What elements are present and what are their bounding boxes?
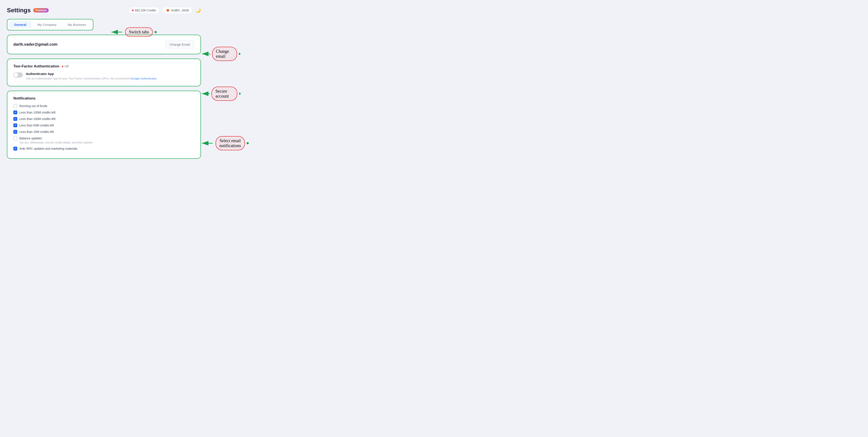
authenticator-desc-prefix: Use an Authenticator App for your Two-Fa…: [26, 77, 131, 80]
credits-dot-icon: [132, 9, 134, 11]
checkbox-running-out[interactable]: [13, 104, 17, 108]
notif-label-less-50m: Less than 50M credits left: [20, 124, 54, 127]
arrow-change-email-icon: [201, 52, 210, 56]
annotation-change-email: Change email: [201, 47, 240, 61]
change-email-button[interactable]: Change Email: [165, 40, 194, 49]
wallet-address: 0xdB5...8438: [171, 9, 189, 12]
page-title: Settings: [7, 7, 31, 14]
annotation-select-notif-text: Select emailnotifications: [216, 136, 245, 150]
email-card: darth.vader@gmail.com Change Email: [7, 35, 201, 54]
annotation-dot-secure-account: [239, 93, 241, 95]
tabs-container: General My Company My Business: [7, 19, 93, 30]
authenticator-desc: Use an Authenticator App for your Two-Fa…: [26, 76, 194, 81]
checkbox-ankr-rpc[interactable]: [13, 147, 17, 150]
arrow-switch-tabs-icon: [111, 30, 123, 34]
notif-label-less-100m-2: Less than 100M credits left: [20, 117, 55, 121]
checkbox-less-100m-1[interactable]: [13, 110, 17, 114]
page-header: Settings Premium 682,206 Credits 🦊 0xdB5…: [7, 7, 201, 14]
tfa-title-row: Two-Factor Authentication Off: [13, 64, 194, 68]
notifications-card: Notifications Running out of funds Less …: [7, 91, 201, 159]
toggle-knob: [14, 73, 18, 77]
tfa-status: Off: [62, 65, 68, 68]
premium-badge: Premium: [33, 8, 49, 12]
checkbox-less-100m-2[interactable]: [13, 117, 17, 121]
annotation-select-notif: Select emailnotifications: [201, 136, 249, 150]
checkbox-less-50m[interactable]: [13, 124, 17, 127]
wallet-emoji-icon: 🦊: [166, 9, 169, 12]
dark-mode-toggle[interactable]: 🌙: [195, 8, 201, 13]
annotation-change-email-text: Change email: [212, 47, 237, 61]
annotation-secure-account-text: Secure account: [212, 87, 237, 101]
notif-item-balance-updates: Balance updates: [13, 136, 194, 140]
annotation-dot-change-email: [239, 53, 240, 55]
header-right: 682,206 Credits 🦊 0xdB5...8438 🌙: [129, 7, 201, 13]
tab-general[interactable]: General: [9, 21, 31, 28]
tfa-toggle[interactable]: [13, 72, 23, 77]
annotation-dot-switch-tabs: [155, 31, 157, 33]
notif-label-running-out: Running out of funds: [20, 104, 47, 108]
header-left: Settings Premium: [7, 7, 49, 14]
tfa-card: Two-Factor Authentication Off Authentica…: [7, 59, 201, 87]
arrow-secure-account-icon: [201, 92, 210, 96]
notif-item-less-10m: Less than 10M credits left: [13, 130, 194, 134]
tfa-status-label: Off: [64, 65, 68, 68]
status-dot-icon: [62, 66, 63, 67]
checkbox-less-10m[interactable]: [13, 130, 17, 134]
credits-label: 682,206 Credits: [135, 9, 156, 12]
google-authenticator-link[interactable]: Google Authenticator: [131, 77, 157, 80]
notif-label-balance-updates: Balance updates: [20, 137, 42, 140]
authenticator-label: Authenticator App: [26, 72, 194, 76]
tfa-toggle-row: Authenticator App Use an Authenticator A…: [13, 72, 194, 81]
credits-pill[interactable]: 682,206 Credits: [129, 7, 159, 13]
email-address: darth.vader@gmail.com: [13, 42, 58, 47]
notif-item-running-out: Running out of funds: [13, 104, 194, 108]
notifications-title: Notifications: [13, 96, 194, 101]
wallet-pill[interactable]: 🦊 0xdB5...8438: [163, 7, 192, 13]
notif-item-ankr-rpc: Ankr RPC updates and marketing materials: [13, 147, 194, 150]
tfa-title: Two-Factor Authentication: [13, 64, 59, 68]
tfa-text-block: Authenticator App Use an Authenticator A…: [26, 72, 194, 81]
notif-label-less-10m: Less than 10M credits left: [20, 130, 54, 134]
notif-item-less-100m-1: Less than 100M credits left: [13, 110, 194, 114]
notif-item-less-100m-2: Less than 100M credits left: [13, 117, 194, 121]
notif-item-less-50m: Less than 50M credits left: [13, 124, 194, 127]
checkbox-balance-updates[interactable]: [13, 136, 17, 140]
tab-my-company[interactable]: My Company: [32, 21, 62, 28]
notif-label-less-100m-1: Less than 100M credits left: [20, 111, 55, 114]
annotation-dot-select-notif: [247, 142, 249, 144]
tab-my-business[interactable]: My Business: [63, 21, 91, 28]
annotation-secure-account: Secure account: [201, 87, 241, 101]
notif-label-ankr-rpc: Ankr RPC updates and marketing materials: [20, 147, 78, 150]
arrow-select-notif-icon: [201, 141, 214, 145]
authenticator-desc-suffix: .: [157, 77, 158, 80]
balance-updates-sub: Top ups, withdrawals, voucher credits ad…: [20, 141, 194, 144]
